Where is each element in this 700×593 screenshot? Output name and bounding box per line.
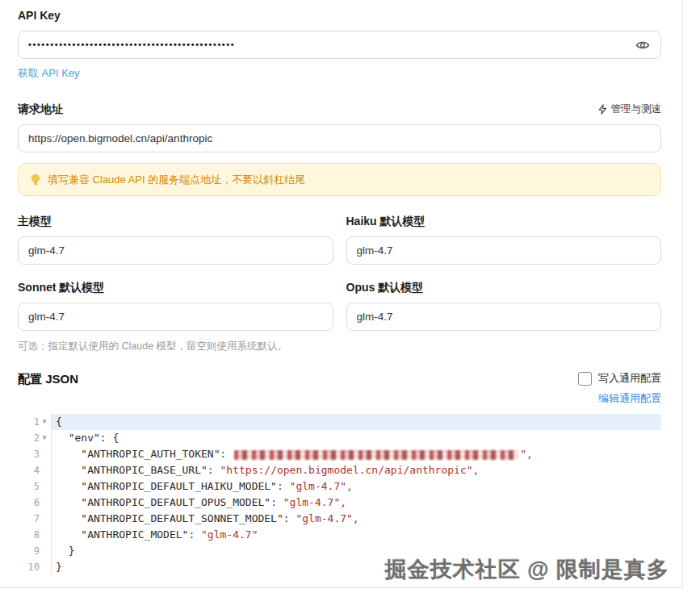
write-common-config-checkbox[interactable] <box>578 372 592 386</box>
editor-line[interactable]: 6 "ANTHROPIC_DEFAULT_OPUS_MODEL": "glm-4… <box>18 495 661 511</box>
haiku-model-field: Haiku 默认模型 <box>346 214 662 265</box>
line-number-gutter: 6 <box>18 495 52 511</box>
endpoint-warning-banner: 填写兼容 Claude API 的服务端点地址，不要以斜杠结尾 <box>18 163 661 196</box>
lightbulb-icon <box>30 173 41 186</box>
opus-model-label: Opus 默认模型 <box>346 280 662 294</box>
config-json-title: 配置 JSON <box>18 371 78 387</box>
line-number-gutter: 4 <box>18 462 52 478</box>
main-model-input[interactable] <box>18 236 333 265</box>
write-common-config-checkbox-row[interactable]: 写入通用配置 <box>578 371 661 386</box>
manage-speedtest-link[interactable]: 管理与测速 <box>597 102 662 116</box>
endpoint-url-input[interactable] <box>18 124 661 152</box>
line-number-gutter: 8 <box>18 527 52 543</box>
editor-line[interactable]: 3 "ANTHROPIC_AUTH_TOKEN": ", <box>18 446 661 462</box>
line-number-gutter: 2▼ <box>18 430 52 446</box>
write-common-config-label: 写入通用配置 <box>598 371 661 386</box>
eye-icon <box>635 38 650 52</box>
endpoint-warning-text: 填写兼容 Claude API 的服务端点地址，不要以斜杠结尾 <box>48 173 305 187</box>
line-number-gutter: 10 <box>18 559 52 575</box>
main-model-field: 主模型 <box>18 214 333 265</box>
editor-line[interactable]: 10} <box>18 559 661 575</box>
haiku-model-input[interactable] <box>346 236 662 265</box>
opus-model-input[interactable] <box>346 303 662 331</box>
manage-speedtest-label: 管理与测速 <box>611 102 662 116</box>
models-grid: 主模型 Haiku 默认模型 Sonnet 默认模型 Opus 默认模型 <box>18 214 661 331</box>
haiku-model-label: Haiku 默认模型 <box>346 214 662 228</box>
api-key-masked-value: ••••••••••••••••••••••••••••••••••••••••… <box>28 31 633 59</box>
models-note: 可选：指定默认使用的 Claude 模型，留空则使用系统默认。 <box>18 340 661 353</box>
api-key-input[interactable]: ••••••••••••••••••••••••••••••••••••••••… <box>18 31 661 59</box>
endpoint-label: 请求地址 <box>18 102 63 116</box>
settings-panel: API Key ••••••••••••••••••••••••••••••••… <box>0 0 683 588</box>
line-number-gutter: 7 <box>18 511 52 527</box>
opus-model-field: Opus 默认模型 <box>346 280 662 331</box>
line-number-gutter: 5 <box>18 478 52 495</box>
line-number-gutter: 9 <box>18 543 52 559</box>
editor-line[interactable]: 5 "ANTHROPIC_DEFAULT_HAIKU_MODEL": "glm-… <box>18 478 661 495</box>
get-api-key-link[interactable]: 获取 API Key <box>18 66 80 81</box>
editor-line[interactable]: 7 "ANTHROPIC_DEFAULT_SONNET_MODEL": "glm… <box>18 511 661 527</box>
line-number-gutter: 3 <box>18 446 52 462</box>
redacted-token-blur <box>234 450 518 460</box>
editor-line[interactable]: 8 "ANTHROPIC_MODEL": "glm-4.7" <box>18 527 661 543</box>
config-json-editor[interactable]: 1▼{2▼ "env": {3 "ANTHROPIC_AUTH_TOKEN": … <box>18 412 661 576</box>
line-number-gutter: 1▼ <box>18 414 52 430</box>
api-key-label: API Key <box>18 8 661 23</box>
sonnet-model-label: Sonnet 默认模型 <box>18 280 333 294</box>
editor-line[interactable]: 2▼ "env": { <box>18 430 661 446</box>
main-model-label: 主模型 <box>18 214 333 228</box>
sonnet-model-field: Sonnet 默认模型 <box>18 280 333 331</box>
edit-common-config-link[interactable]: 编辑通用配置 <box>598 391 661 406</box>
editor-line[interactable]: 4 "ANTHROPIC_BASE_URL": "https://open.bi… <box>18 462 661 478</box>
fold-chevron-icon[interactable]: ▼ <box>40 414 49 430</box>
editor-line[interactable]: 9 } <box>18 543 661 559</box>
sonnet-model-input[interactable] <box>18 303 333 331</box>
toggle-visibility-button[interactable] <box>633 35 652 55</box>
editor-line[interactable]: 1▼{ <box>18 414 661 430</box>
speed-test-icon <box>597 104 608 115</box>
fold-chevron-icon[interactable]: ▼ <box>40 430 49 446</box>
